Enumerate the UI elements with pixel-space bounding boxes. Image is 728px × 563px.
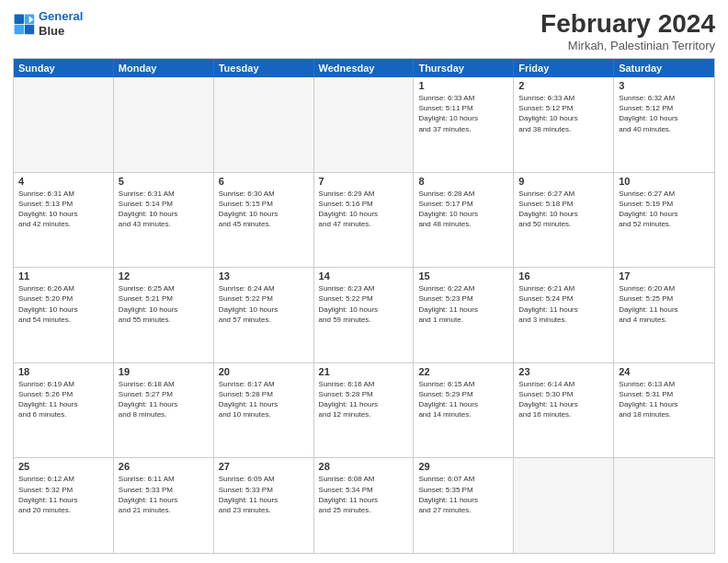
calendar-cell-2-5: 8Sunrise: 6:28 AM Sunset: 5:17 PM Daylig… xyxy=(414,173,514,268)
svg-rect-3 xyxy=(25,24,34,33)
cell-info: Sunrise: 6:28 AM Sunset: 5:17 PM Dayligh… xyxy=(418,189,508,230)
cell-info: Sunrise: 6:15 AM Sunset: 5:29 PM Dayligh… xyxy=(418,379,508,420)
calendar-cell-5-5: 29Sunrise: 6:07 AM Sunset: 5:35 PM Dayli… xyxy=(414,458,514,553)
day-number: 8 xyxy=(418,176,508,187)
day-number: 23 xyxy=(518,366,609,377)
day-number: 3 xyxy=(619,80,710,91)
calendar-cell-4-1: 18Sunrise: 6:19 AM Sunset: 5:26 PM Dayli… xyxy=(14,363,114,458)
header-sunday: Sunday xyxy=(14,59,114,77)
day-number: 26 xyxy=(119,461,209,472)
cell-info: Sunrise: 6:16 AM Sunset: 5:28 PM Dayligh… xyxy=(319,379,409,420)
day-number: 14 xyxy=(319,270,409,282)
cell-info: Sunrise: 6:29 AM Sunset: 5:16 PM Dayligh… xyxy=(319,189,409,230)
calendar-cell-1-6: 2Sunrise: 6:33 AM Sunset: 5:12 PM Daylig… xyxy=(514,77,614,172)
cell-info: Sunrise: 6:24 AM Sunset: 5:22 PM Dayligh… xyxy=(219,283,309,325)
day-number: 21 xyxy=(319,366,409,377)
day-number: 7 xyxy=(319,176,409,187)
calendar-cell-2-3: 6Sunrise: 6:30 AM Sunset: 5:15 PM Daylig… xyxy=(214,173,314,268)
logo-blue: Blue xyxy=(39,24,64,38)
day-number: 5 xyxy=(119,176,209,187)
day-number: 2 xyxy=(518,80,609,91)
cell-info: Sunrise: 6:22 AM Sunset: 5:23 PM Dayligh… xyxy=(418,283,508,325)
calendar-cell-5-6 xyxy=(514,458,614,553)
calendar-cell-3-3: 13Sunrise: 6:24 AM Sunset: 5:22 PM Dayli… xyxy=(214,268,314,362)
day-number: 24 xyxy=(619,366,710,377)
day-number: 16 xyxy=(518,270,609,282)
cell-info: Sunrise: 6:14 AM Sunset: 5:30 PM Dayligh… xyxy=(518,379,609,420)
svg-rect-2 xyxy=(15,24,24,33)
cell-info: Sunrise: 6:19 AM Sunset: 5:26 PM Dayligh… xyxy=(18,379,108,420)
calendar-header: Sunday Monday Tuesday Wednesday Thursday… xyxy=(14,59,714,77)
calendar-cell-1-4 xyxy=(314,77,415,172)
calendar-cell-5-4: 28Sunrise: 6:08 AM Sunset: 5:34 PM Dayli… xyxy=(314,458,415,553)
cell-info: Sunrise: 6:26 AM Sunset: 5:20 PM Dayligh… xyxy=(18,283,108,325)
day-number: 20 xyxy=(219,366,309,377)
cell-info: Sunrise: 6:25 AM Sunset: 5:21 PM Dayligh… xyxy=(119,283,209,325)
day-number: 15 xyxy=(418,270,508,282)
cell-info: Sunrise: 6:21 AM Sunset: 5:24 PM Dayligh… xyxy=(518,283,609,325)
calendar-cell-5-7 xyxy=(614,458,714,553)
day-number: 1 xyxy=(418,80,508,91)
calendar-cell-2-6: 9Sunrise: 6:27 AM Sunset: 5:18 PM Daylig… xyxy=(514,173,614,268)
header-tuesday: Tuesday xyxy=(214,59,314,77)
calendar-cell-2-7: 10Sunrise: 6:27 AM Sunset: 5:19 PM Dayli… xyxy=(614,173,714,268)
day-number: 10 xyxy=(619,176,710,187)
calendar-cell-3-6: 16Sunrise: 6:21 AM Sunset: 5:24 PM Dayli… xyxy=(514,268,614,362)
cell-info: Sunrise: 6:11 AM Sunset: 5:33 PM Dayligh… xyxy=(119,474,209,515)
calendar-cell-5-2: 26Sunrise: 6:11 AM Sunset: 5:33 PM Dayli… xyxy=(114,458,214,553)
day-number: 4 xyxy=(18,176,108,187)
day-number: 11 xyxy=(18,270,108,282)
main-title: February 2024 xyxy=(540,9,715,39)
calendar-cell-4-2: 19Sunrise: 6:18 AM Sunset: 5:27 PM Dayli… xyxy=(114,363,214,458)
svg-rect-0 xyxy=(15,14,24,23)
cell-info: Sunrise: 6:30 AM Sunset: 5:15 PM Dayligh… xyxy=(219,189,309,230)
calendar-cell-3-7: 17Sunrise: 6:20 AM Sunset: 5:25 PM Dayli… xyxy=(614,268,714,362)
calendar-cell-4-7: 24Sunrise: 6:13 AM Sunset: 5:31 PM Dayli… xyxy=(614,363,714,458)
header-wednesday: Wednesday xyxy=(314,59,415,77)
header-saturday: Saturday xyxy=(614,59,714,77)
cell-info: Sunrise: 6:12 AM Sunset: 5:32 PM Dayligh… xyxy=(18,474,108,515)
cell-info: Sunrise: 6:08 AM Sunset: 5:34 PM Dayligh… xyxy=(319,474,409,515)
cell-info: Sunrise: 6:09 AM Sunset: 5:33 PM Dayligh… xyxy=(219,474,309,515)
cell-info: Sunrise: 6:20 AM Sunset: 5:25 PM Dayligh… xyxy=(619,283,710,325)
calendar-cell-3-2: 12Sunrise: 6:25 AM Sunset: 5:21 PM Dayli… xyxy=(114,268,214,362)
header-monday: Monday xyxy=(114,59,214,77)
day-number: 18 xyxy=(18,366,108,377)
day-number: 9 xyxy=(518,176,609,187)
cell-info: Sunrise: 6:07 AM Sunset: 5:35 PM Dayligh… xyxy=(418,474,508,515)
calendar-row-5: 25Sunrise: 6:12 AM Sunset: 5:32 PM Dayli… xyxy=(14,457,714,553)
calendar-cell-1-3 xyxy=(214,77,314,172)
calendar-cell-4-5: 22Sunrise: 6:15 AM Sunset: 5:29 PM Dayli… xyxy=(414,363,514,458)
header: General Blue February 2024 Mirkah, Pales… xyxy=(13,9,715,52)
calendar-cell-1-7: 3Sunrise: 6:32 AM Sunset: 5:12 PM Daylig… xyxy=(614,77,714,172)
calendar-cell-3-1: 11Sunrise: 6:26 AM Sunset: 5:20 PM Dayli… xyxy=(14,268,114,362)
day-number: 22 xyxy=(418,366,508,377)
day-number: 25 xyxy=(18,461,108,472)
calendar-cell-1-5: 1Sunrise: 6:33 AM Sunset: 5:11 PM Daylig… xyxy=(414,77,514,172)
calendar-cell-4-3: 20Sunrise: 6:17 AM Sunset: 5:28 PM Dayli… xyxy=(214,363,314,458)
title-block: February 2024 Mirkah, Palestinian Territ… xyxy=(540,9,715,52)
calendar-cell-5-3: 27Sunrise: 6:09 AM Sunset: 5:33 PM Dayli… xyxy=(214,458,314,553)
calendar: Sunday Monday Tuesday Wednesday Thursday… xyxy=(13,58,715,554)
day-number: 19 xyxy=(119,366,209,377)
day-number: 27 xyxy=(219,461,309,472)
header-thursday: Thursday xyxy=(414,59,514,77)
calendar-cell-3-4: 14Sunrise: 6:23 AM Sunset: 5:22 PM Dayli… xyxy=(314,268,415,362)
day-number: 28 xyxy=(319,461,409,472)
day-number: 12 xyxy=(119,270,209,282)
calendar-cell-5-1: 25Sunrise: 6:12 AM Sunset: 5:32 PM Dayli… xyxy=(14,458,114,553)
day-number: 6 xyxy=(219,176,309,187)
cell-info: Sunrise: 6:13 AM Sunset: 5:31 PM Dayligh… xyxy=(619,379,710,420)
calendar-cell-4-6: 23Sunrise: 6:14 AM Sunset: 5:30 PM Dayli… xyxy=(514,363,614,458)
cell-info: Sunrise: 6:31 AM Sunset: 5:13 PM Dayligh… xyxy=(18,189,108,230)
page: General Blue February 2024 Mirkah, Pales… xyxy=(0,0,728,563)
cell-info: Sunrise: 6:17 AM Sunset: 5:28 PM Dayligh… xyxy=(219,379,309,420)
cell-info: Sunrise: 6:33 AM Sunset: 5:11 PM Dayligh… xyxy=(418,93,508,134)
cell-info: Sunrise: 6:27 AM Sunset: 5:18 PM Dayligh… xyxy=(518,189,609,230)
cell-info: Sunrise: 6:33 AM Sunset: 5:12 PM Dayligh… xyxy=(518,93,609,134)
cell-info: Sunrise: 6:31 AM Sunset: 5:14 PM Dayligh… xyxy=(119,189,209,230)
calendar-cell-3-5: 15Sunrise: 6:22 AM Sunset: 5:23 PM Dayli… xyxy=(414,268,514,362)
header-friday: Friday xyxy=(514,59,614,77)
cell-info: Sunrise: 6:27 AM Sunset: 5:19 PM Dayligh… xyxy=(619,189,710,230)
calendar-row-3: 11Sunrise: 6:26 AM Sunset: 5:20 PM Dayli… xyxy=(14,267,714,362)
